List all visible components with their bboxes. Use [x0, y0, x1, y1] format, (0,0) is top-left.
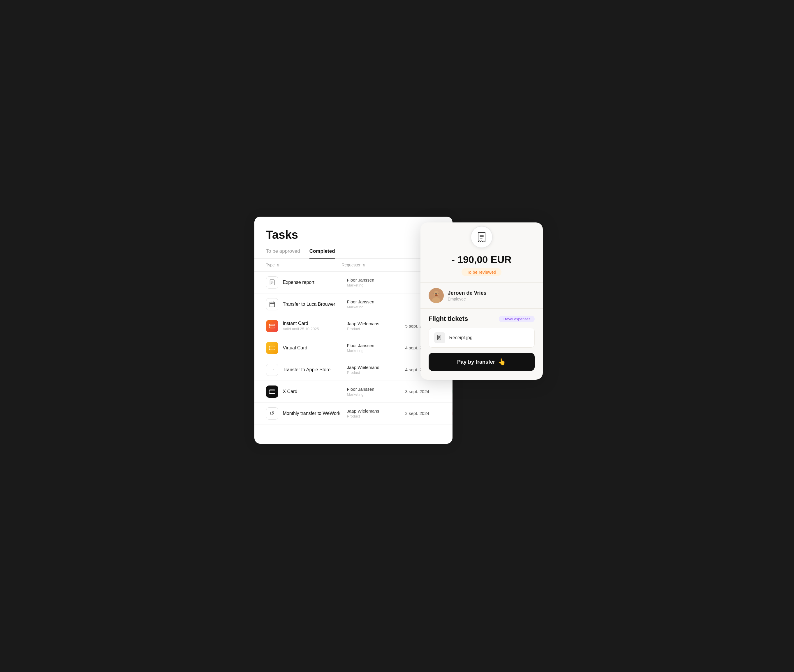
row-icon-arrow: →	[266, 364, 278, 376]
svg-point-19	[432, 297, 440, 303]
col-requester-header[interactable]: Requester ⇅	[342, 262, 400, 267]
row-title: Instant Card	[283, 321, 347, 326]
user-info: Jeroen de Vries Employee	[448, 290, 487, 301]
requester-dept: Product	[347, 327, 405, 331]
requester-name: Jaap Wielemans	[347, 321, 405, 326]
scene: Tasks To be approved Completed Type ⇅ Re…	[254, 217, 540, 455]
row-main: Expense report	[283, 280, 347, 285]
row-main: Monthly transfer to WeWork	[283, 411, 347, 416]
svg-rect-10	[269, 346, 275, 350]
row-requester: Floor Janssen Marketing	[347, 343, 405, 353]
row-requester: Jaap Wielemans Product	[347, 365, 405, 375]
sort-icon-type: ⇅	[277, 264, 279, 267]
row-title: Expense report	[283, 280, 347, 285]
avatar	[428, 288, 444, 303]
row-icon-virtual-card	[266, 342, 278, 354]
user-role: Employee	[448, 297, 487, 301]
row-title: Virtual Card	[283, 345, 347, 350]
svg-rect-8	[269, 324, 275, 328]
row-title: Transfer to Apple Store	[283, 367, 347, 373]
cursor-icon: 👆	[498, 358, 506, 366]
user-name: Jeroen de Vries	[448, 290, 487, 296]
svg-rect-12	[269, 390, 275, 394]
row-subtitle: Valid until 25.10.2025	[283, 327, 347, 331]
requester-name: Floor Janssen	[347, 299, 405, 304]
row-requester: Floor Janssen Marketing	[347, 299, 405, 309]
row-date: 3 sept. 2024	[405, 411, 452, 416]
row-main: Transfer to Luca Brouwer	[283, 302, 347, 307]
row-status: Approved	[452, 388, 452, 395]
requester-dept: Marketing	[347, 349, 405, 353]
requester-dept: Marketing	[347, 305, 405, 309]
svg-point-23	[435, 294, 438, 296]
requester-dept: Marketing	[347, 392, 405, 397]
svg-rect-4	[269, 302, 274, 307]
table-row[interactable]: X Card Floor Janssen Marketing 3 sept. 2…	[254, 381, 452, 403]
to-be-reviewed-badge: To be reviewed	[462, 268, 502, 276]
requester-name: Jaap Wielemans	[347, 365, 405, 370]
receipt-file[interactable]: Receipt.jpg	[428, 328, 535, 348]
row-icon-x-card	[266, 386, 278, 398]
row-requester: Floor Janssen Marketing	[347, 387, 405, 397]
row-date: 3 sept. 2024	[405, 389, 452, 394]
row-requester: Floor Janssen Marketing	[347, 277, 405, 287]
requester-name: Jaap Wielemans	[347, 408, 405, 413]
category-badge: Travel expenses	[499, 315, 535, 322]
tab-completed[interactable]: Completed	[310, 248, 335, 259]
card-amount: - 190,00 EUR	[420, 254, 543, 265]
row-title: X Card	[283, 389, 347, 394]
sort-icon-requester: ⇅	[363, 264, 365, 267]
row-requester: Jaap Wielemans Product	[347, 321, 405, 331]
requester-dept: Marketing	[347, 283, 405, 287]
row-title: Transfer to Luca Brouwer	[283, 302, 347, 307]
row-title: Monthly transfer to WeWork	[283, 411, 347, 416]
requester-name: Floor Janssen	[347, 387, 405, 392]
requester-name: Floor Janssen	[347, 343, 405, 348]
row-requester: Jaap Wielemans Product	[347, 408, 405, 418]
card-row-title: Flight tickets Travel expenses	[428, 315, 535, 323]
row-status: Rejected	[452, 410, 452, 417]
row-icon-transfer	[266, 298, 278, 310]
status-badge: Rejected	[452, 410, 452, 417]
row-main: Transfer to Apple Store	[283, 367, 347, 373]
card-body: Flight tickets Travel expenses Receipt.j…	[420, 315, 543, 371]
status-badge: Approved	[452, 388, 452, 395]
col-type-header[interactable]: Type ⇅	[266, 262, 342, 267]
pay-by-transfer-button[interactable]: Pay by transfer 👆	[428, 353, 535, 371]
card-status-badge: To be reviewed	[420, 268, 543, 276]
row-main: X Card	[283, 389, 347, 394]
row-main: Virtual Card	[283, 345, 347, 350]
row-main: Instant Card Valid until 25.10.2025	[283, 321, 347, 331]
receipt-icon	[471, 226, 493, 248]
detail-card: - 190,00 EUR To be reviewed	[420, 222, 543, 380]
card-user: Jeroen de Vries Employee	[420, 282, 543, 309]
requester-dept: Product	[347, 414, 405, 418]
svg-rect-0	[270, 280, 274, 285]
item-title: Flight tickets	[428, 315, 468, 323]
file-name: Receipt.jpg	[449, 335, 473, 340]
row-icon-instant-card	[266, 320, 278, 332]
receipt-icon-wrapper	[420, 226, 543, 248]
file-icon	[434, 332, 445, 343]
tab-to-be-approved[interactable]: To be approved	[266, 248, 300, 259]
requester-dept: Product	[347, 370, 405, 375]
requester-name: Floor Janssen	[347, 277, 405, 282]
row-icon-expense	[266, 276, 278, 288]
row-icon-recurring: ↺	[266, 407, 278, 419]
table-row[interactable]: ↺ Monthly transfer to WeWork Jaap Wielem…	[254, 403, 452, 424]
